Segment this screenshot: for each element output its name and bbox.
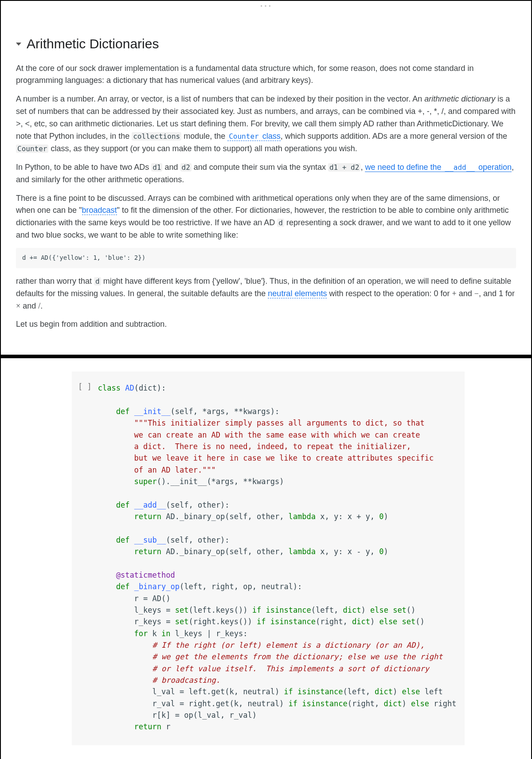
link-neutral-elements[interactable]: neutral elements xyxy=(268,289,327,298)
term-arithmetic-dictionary: arithmetic dictionary xyxy=(424,94,495,103)
paragraph: In Python, to be able to have two ADs d1… xyxy=(16,161,516,186)
inline-code: d2 xyxy=(180,163,192,172)
link-counter-class[interactable]: Counter class xyxy=(227,132,280,141)
paragraph: There is a fine point to be discussed. A… xyxy=(16,192,516,242)
paragraph: At the core of our sock drawer implement… xyxy=(16,63,516,87)
inline-code: d1 + d2 xyxy=(328,163,360,172)
link-add-operation[interactable]: we need to define the __add__ operation xyxy=(365,163,512,172)
heading-text: Arithmetic Dictionaries xyxy=(27,34,159,55)
drag-handle-dots: ⋯ xyxy=(1,1,531,10)
code-cell[interactable]: [ ] class AD(dict): def __init__(self, *… xyxy=(72,372,465,745)
paragraph: A number is a number. An array, or vecto… xyxy=(16,93,516,155)
code-sheet: [ ] class AD(dict): def __init__(self, *… xyxy=(0,357,532,759)
inline-code: collections xyxy=(132,132,181,141)
inline-code: Counter xyxy=(16,145,48,153)
inline-code: d xyxy=(277,219,284,227)
cell-prompt: [ ] xyxy=(78,382,98,732)
collapse-caret-icon[interactable] xyxy=(16,43,21,46)
code-snippet: d += AD({'yellow': 1, 'blue': 2}) xyxy=(16,248,516,268)
text-cell: Arithmetic Dictionaries At the core of o… xyxy=(1,10,531,341)
inline-code: d xyxy=(94,277,101,286)
paragraph: rather than worry that d might have diff… xyxy=(16,275,516,313)
code-body[interactable]: class AD(dict): def __init__(self, *args… xyxy=(98,382,457,732)
inline-code: d1 xyxy=(151,163,162,172)
text-sheet: ⋯ Arithmetic Dictionaries At the core of… xyxy=(0,0,532,356)
section-heading: Arithmetic Dictionaries xyxy=(16,34,516,55)
link-broadcast[interactable]: broadcast xyxy=(82,206,117,215)
paragraph: Let us begin from addition and subtracti… xyxy=(16,318,516,331)
